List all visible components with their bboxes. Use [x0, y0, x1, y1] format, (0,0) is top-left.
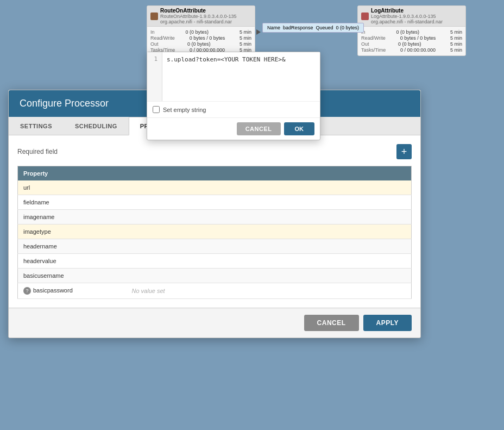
prop-value-cell[interactable] — [127, 195, 412, 210]
ok-button[interactable]: OK — [284, 122, 315, 135]
processor-node-log[interactable]: LogAttribute LogAttribute-1.9.0.3.4.0.0-… — [357, 5, 466, 56]
table-row[interactable]: imagetype — [18, 225, 412, 239]
editor-area: 1 — [147, 52, 320, 102]
table-row[interactable]: basicusername — [18, 269, 412, 283]
node-subtitle-log: LogAttribute-1.9.0.3.4.0.0-135 — [371, 14, 443, 19]
node-title-route: RouteOnAttribute — [160, 8, 237, 14]
table-row[interactable]: headervalue — [18, 254, 412, 269]
node-org-log: org.apache.nifi - nifi-standard.nar — [371, 19, 443, 24]
empty-string-row: Set empty string — [147, 102, 320, 118]
table-header-property: Property — [18, 166, 127, 181]
prop-value-cell[interactable] — [127, 210, 412, 225]
prop-name-cell: basicusername — [18, 269, 127, 283]
prop-name-cell: ?basicpassword — [18, 283, 127, 299]
table-header-value — [127, 166, 412, 181]
empty-string-checkbox[interactable] — [153, 106, 160, 113]
node-icon-route — [150, 13, 158, 20]
cancel-main-button[interactable]: CANCEL — [304, 315, 359, 331]
processor-node-route[interactable]: RouteOnAttribute RouteOnAttribute-1.9.0.… — [147, 5, 255, 56]
help-icon[interactable]: ? — [23, 287, 31, 295]
prop-value-cell[interactable] — [127, 254, 412, 269]
connector-arrow — [256, 29, 261, 36]
dialog-footer: CANCEL APPLY — [9, 308, 420, 338]
add-property-button[interactable]: + — [396, 144, 412, 159]
prop-value-cell[interactable] — [127, 269, 412, 283]
table-row[interactable]: ?basicpasswordNo value set — [18, 283, 412, 299]
cancel-inner-button[interactable]: CANCEL — [237, 122, 281, 135]
value-edit-textarea[interactable] — [162, 52, 320, 101]
tab-scheduling[interactable]: SCHEDULING — [64, 117, 129, 135]
node-subtitle-route: RouteOnAttribute-1.9.0.3.4.0.0-135 — [160, 14, 237, 19]
empty-string-label: Set empty string — [163, 107, 206, 113]
value-edit-modal: 1 Set empty string CANCEL OK — [147, 52, 320, 140]
prop-name-cell: url — [18, 180, 127, 195]
prop-value-cell[interactable]: No value set — [127, 283, 412, 299]
connection-badge: Name badResponse Queued 0 (0 bytes) — [262, 23, 364, 33]
table-header-row: Property — [18, 166, 412, 181]
prop-name-cell: fieldname — [18, 195, 127, 210]
prop-name-cell: imagetype — [18, 225, 127, 239]
required-field-row: Required field + — [17, 144, 412, 159]
line-numbers: 1 — [147, 52, 162, 101]
prop-value-cell[interactable] — [127, 180, 412, 195]
table-row[interactable]: url — [18, 180, 412, 195]
node-icon-log — [361, 13, 369, 20]
required-field-label: Required field — [17, 148, 58, 155]
table-row[interactable]: imagename — [18, 210, 412, 225]
table-row[interactable]: fieldname — [18, 195, 412, 210]
prop-name-cell: headervalue — [18, 254, 127, 269]
tab-settings[interactable]: SETTINGS — [9, 117, 64, 135]
prop-name-cell: imagename — [18, 210, 127, 225]
node-title-log: LogAttribute — [371, 8, 443, 14]
table-row[interactable]: headername — [18, 239, 412, 254]
value-edit-footer: CANCEL OK — [147, 118, 320, 140]
prop-value-cell[interactable] — [127, 239, 412, 254]
dialog-body: Required field + Property urlfieldnameim… — [9, 135, 420, 308]
node-org-route: org.apache.nifi - nifi-standard.nar — [160, 19, 237, 24]
apply-button[interactable]: APPLY — [363, 315, 412, 331]
prop-name-cell: headername — [18, 239, 127, 254]
properties-table: Property urlfieldnameimagenameimagetypeh… — [17, 166, 412, 299]
prop-value-cell[interactable] — [127, 225, 412, 239]
